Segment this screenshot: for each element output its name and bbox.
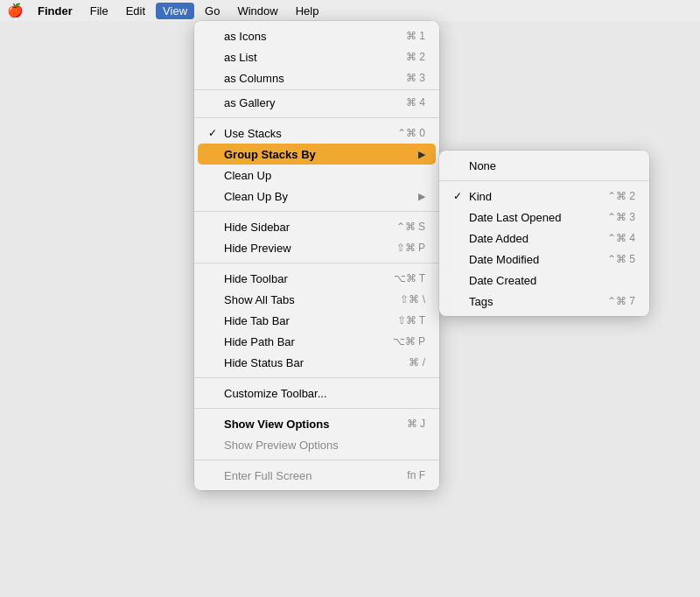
show-view-options-item[interactable]: Show View Options ⌘ J: [194, 413, 439, 434]
submenu-kind-check: ✓: [453, 190, 467, 202]
show-all-tabs-item[interactable]: Show All Tabs ⇧⌘ \: [194, 289, 439, 310]
main-menu: as Icons ⌘ 1 as List ⌘ 2 as Columns ⌘ 3 …: [194, 21, 439, 490]
clean-up-by-arrow: ▶: [418, 191, 425, 202]
submenu-date-added-shortcut: ⌃⌘ 4: [607, 232, 635, 244]
submenu-tags[interactable]: Tags ⌃⌘ 7: [439, 291, 649, 312]
submenu-date-created-label: Date Created: [469, 274, 635, 287]
as-gallery-label: as Gallery: [224, 96, 406, 109]
submenu-date-added-label: Date Added: [469, 232, 607, 245]
hide-toolbar-shortcut: ⌥⌘ T: [394, 272, 425, 284]
show-preview-options-label: Show Preview Options: [224, 439, 425, 452]
submenu-tags-shortcut: ⌃⌘ 7: [607, 295, 635, 307]
hide-toolbar-item[interactable]: Hide Toolbar ⌥⌘ T: [194, 268, 439, 289]
show-view-options-label: Show View Options: [224, 418, 407, 431]
enter-full-screen-label: Enter Full Screen: [224, 469, 407, 482]
hide-sidebar-shortcut: ⌃⌘ S: [396, 221, 425, 233]
hide-path-bar-item[interactable]: Hide Path Bar ⌥⌘ P: [194, 331, 439, 352]
view-dropdown: as Icons ⌘ 1 as List ⌘ 2 as Columns ⌘ 3 …: [194, 21, 649, 490]
hide-tab-bar-item[interactable]: Hide Tab Bar ⇧⌘ T: [194, 310, 439, 331]
group-stacks-by-item[interactable]: Group Stacks By ▶: [198, 144, 436, 165]
use-stacks-item[interactable]: ✓ Use Stacks ⌃⌘ 0: [194, 123, 439, 144]
apple-menu[interactable]: 🍎: [7, 3, 24, 18]
show-all-tabs-shortcut: ⇧⌘ \: [400, 293, 425, 306]
as-icons-shortcut: ⌘ 1: [406, 30, 425, 42]
show-all-tabs-label: Show All Tabs: [224, 293, 400, 306]
hide-tab-bar-label: Hide Tab Bar: [224, 314, 397, 327]
hide-preview-item[interactable]: Hide Preview ⇧⌘ P: [194, 237, 439, 258]
as-gallery-shortcut: ⌘ 4: [406, 96, 425, 109]
submenu-date-last-opened-label: Date Last Opened: [469, 211, 607, 224]
as-icons-item[interactable]: as Icons ⌘ 1: [194, 25, 439, 46]
submenu-date-created[interactable]: Date Created: [439, 270, 649, 291]
submenu-kind[interactable]: ✓ Kind ⌃⌘ 2: [439, 186, 649, 207]
use-stacks-check: ✓: [208, 127, 222, 139]
hide-preview-shortcut: ⇧⌘ P: [396, 242, 425, 254]
as-list-shortcut: ⌘ 2: [406, 51, 425, 63]
hide-status-bar-item[interactable]: Hide Status Bar ⌘ /: [194, 352, 439, 373]
customize-toolbar-item[interactable]: Customize Toolbar...: [194, 383, 439, 404]
as-list-item[interactable]: as List ⌘ 2: [194, 46, 439, 67]
go-menu[interactable]: Go: [198, 3, 227, 19]
as-icons-label: as Icons: [224, 30, 406, 43]
hide-tab-bar-shortcut: ⇧⌘ T: [397, 314, 425, 327]
hide-path-bar-label: Hide Path Bar: [224, 335, 393, 348]
submenu-kind-label: Kind: [469, 190, 607, 203]
submenu-tags-label: Tags: [469, 295, 607, 308]
file-menu[interactable]: File: [83, 3, 116, 19]
group-stacks-by-label: Group Stacks By: [224, 148, 418, 161]
hide-sidebar-item[interactable]: Hide Sidebar ⌃⌘ S: [194, 216, 439, 237]
hide-status-bar-shortcut: ⌘ /: [409, 356, 425, 369]
group-stacks-by-submenu: None ✓ Kind ⌃⌘ 2 Date Last Opened ⌃⌘ 3 D…: [439, 151, 649, 316]
as-columns-item[interactable]: as Columns ⌘ 3: [194, 67, 439, 88]
hide-preview-label: Hide Preview: [224, 242, 396, 255]
submenu-date-last-opened-shortcut: ⌃⌘ 3: [607, 211, 635, 223]
as-gallery-item[interactable]: as Gallery ⌘ 4: [194, 92, 439, 113]
submenu-date-modified-shortcut: ⌃⌘ 5: [607, 253, 635, 265]
hide-path-bar-shortcut: ⌥⌘ P: [393, 335, 425, 348]
clean-up-by-label: Clean Up By: [224, 190, 418, 203]
submenu-date-modified-label: Date Modified: [469, 253, 607, 266]
submenu-date-last-opened[interactable]: Date Last Opened ⌃⌘ 3: [439, 207, 649, 228]
clean-up-item[interactable]: Clean Up: [194, 165, 439, 186]
finder-menu[interactable]: Finder: [31, 3, 80, 19]
clean-up-label: Clean Up: [224, 169, 425, 182]
view-menu[interactable]: View: [156, 3, 194, 19]
submenu-date-added[interactable]: Date Added ⌃⌘ 4: [439, 228, 649, 249]
enter-full-screen-shortcut: fn F: [407, 469, 425, 481]
clean-up-by-item[interactable]: Clean Up By ▶: [194, 186, 439, 207]
help-menu[interactable]: Help: [289, 3, 326, 19]
use-stacks-shortcut: ⌃⌘ 0: [397, 127, 425, 139]
show-view-options-shortcut: ⌘ J: [407, 418, 425, 430]
menubar: 🍎 Finder File Edit View Go Window Help: [0, 0, 700, 21]
show-preview-options-item[interactable]: Show Preview Options: [194, 434, 439, 455]
submenu-kind-shortcut: ⌃⌘ 2: [607, 190, 635, 202]
edit-menu[interactable]: Edit: [119, 3, 152, 19]
as-list-label: as List: [224, 51, 406, 64]
as-columns-label: as Columns: [224, 72, 406, 85]
submenu-none[interactable]: None: [439, 155, 649, 176]
submenu-date-modified[interactable]: Date Modified ⌃⌘ 5: [439, 249, 649, 270]
customize-toolbar-label: Customize Toolbar...: [224, 387, 425, 400]
hide-sidebar-label: Hide Sidebar: [224, 221, 396, 234]
window-menu[interactable]: Window: [230, 3, 284, 19]
use-stacks-label: Use Stacks: [224, 127, 397, 140]
enter-full-screen-item[interactable]: Enter Full Screen fn F: [194, 465, 439, 486]
as-columns-shortcut: ⌘ 3: [406, 72, 425, 84]
hide-status-bar-label: Hide Status Bar: [224, 356, 409, 369]
hide-toolbar-label: Hide Toolbar: [224, 272, 394, 285]
group-stacks-by-arrow: ▶: [418, 149, 425, 160]
submenu-none-label: None: [469, 159, 635, 172]
